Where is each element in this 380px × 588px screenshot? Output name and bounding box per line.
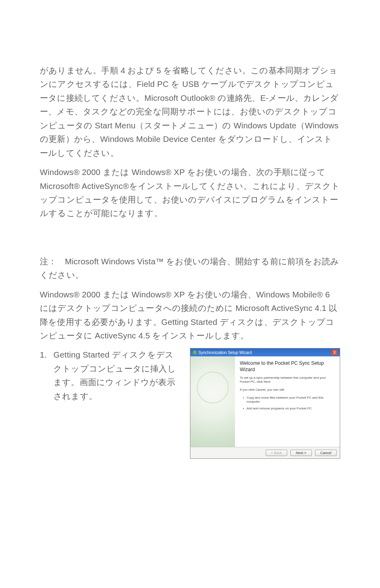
step-1: 1. Getting Started ディスクをデスクトップコンピュータに挿入し…: [40, 348, 181, 403]
wizard-content: Welcome to the Pocket PC Sync Setup Wiza…: [235, 356, 340, 447]
next-button[interactable]: Next >: [290, 450, 312, 456]
sync-setup-wizard-window: Synchronization Setup Wizard X Welcome t…: [190, 348, 340, 459]
step-1-number: 1.: [40, 348, 53, 403]
wizard-bullet-1: Copy and move files between your Pocket …: [243, 396, 335, 404]
back-button: < Back: [266, 450, 287, 456]
wizard-heading: Welcome to the Pocket PC Sync Setup Wiza…: [240, 360, 335, 373]
step-1-text: Getting Started ディスクをデスクトップコンピュータに挿入します。…: [53, 348, 181, 403]
wizard-footer: < Back Next > Cancel: [190, 447, 340, 458]
close-icon[interactable]: X: [332, 350, 337, 355]
wizard-titlebar: Synchronization Setup Wizard X: [190, 348, 340, 356]
paragraph-2: Windows® 2000 または Windows® XP をお使いの場合、次の…: [40, 165, 340, 220]
note-body: Microsoft Windows Vista™ をお使いの場合、開始する前に前…: [40, 257, 339, 279]
note-label: 注：: [40, 255, 65, 268]
activesync-icon: [193, 350, 197, 354]
wizard-body: Welcome to the Pocket PC Sync Setup Wiza…: [190, 356, 340, 447]
wizard-line-2: If you click Cancel, you can still:: [240, 388, 335, 392]
wizard-title-text: Synchronization Setup Wizard: [198, 350, 252, 355]
cancel-button[interactable]: Cancel: [315, 450, 337, 456]
wizard-bullet-2: Add and remove programs on your Pocket P…: [243, 407, 335, 411]
paragraph-1: がありません。手順 4 および 5 を省略してください。この基本同期オプションに…: [40, 64, 340, 160]
paragraph-3: Windows® 2000 または Windows® XP をお使いの場合、Wi…: [40, 288, 340, 343]
wizard-banner-image: [190, 356, 235, 447]
wizard-line-1: To set up a sync partnership between thi…: [240, 376, 335, 384]
lower-row: 1. Getting Started ディスクをデスクトップコンピュータに挿入し…: [40, 348, 340, 459]
note-paragraph: 注：Microsoft Windows Vista™ をお使いの場合、開始する前…: [40, 255, 340, 282]
